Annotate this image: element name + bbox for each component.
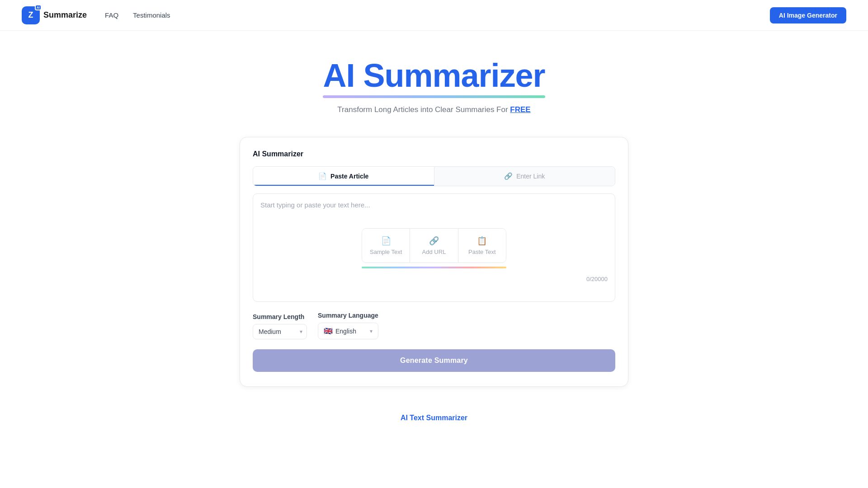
tab-bar: 📄 Paste Article 🔗 Enter Link xyxy=(253,166,615,186)
sample-text-icon: 📄 xyxy=(381,236,391,246)
hero-title: AI Summarizer xyxy=(323,58,545,94)
logo[interactable]: Z AI Summarize xyxy=(22,6,87,24)
add-url-button[interactable]: 🔗 Add URL xyxy=(410,229,458,263)
controls-row: Summary Length Short Medium Long ▾ Summa… xyxy=(253,312,615,339)
card-title: AI Summarizer xyxy=(253,150,615,158)
hero-subtitle-text: Transform Long Articles into Clear Summa… xyxy=(337,105,510,114)
add-url-label: Add URL xyxy=(422,249,446,255)
nav-links: FAQ Testimonials xyxy=(105,11,770,19)
sample-text-label: Sample Text xyxy=(370,249,402,255)
nav-link-faq[interactable]: FAQ xyxy=(105,11,118,19)
summary-language-label: Summary Language xyxy=(318,312,378,319)
hero-section: AI Summarizer Transform Long Articles in… xyxy=(0,31,868,128)
hero-subtitle: Transform Long Articles into Clear Summa… xyxy=(9,105,859,114)
tab-paste-article[interactable]: 📄 Paste Article xyxy=(253,167,434,186)
language-select-wrap[interactable]: 🇬🇧 English ▾ xyxy=(318,323,378,339)
add-url-icon: 🔗 xyxy=(429,236,439,246)
sample-text-button[interactable]: 📄 Sample Text xyxy=(362,229,410,263)
tab-enter-link-label: Enter Link xyxy=(516,173,545,180)
summary-language-group: Summary Language 🇬🇧 English ▾ xyxy=(318,312,378,339)
navbar: Z AI Summarize FAQ Testimonials AI Image… xyxy=(0,0,868,31)
generate-summary-button[interactable]: Generate Summary xyxy=(253,349,615,372)
color-bar xyxy=(362,267,506,268)
paste-text-button[interactable]: 📋 Paste Text xyxy=(458,229,506,263)
textarea-placeholder: Start typing or paste your text here... xyxy=(260,201,370,209)
language-flag-icon: 🇬🇧 xyxy=(324,327,333,335)
ai-image-generator-button[interactable]: AI Image Generator xyxy=(770,7,846,23)
summarizer-card: AI Summarizer 📄 Paste Article 🔗 Enter Li… xyxy=(240,137,628,387)
nav-link-testimonials[interactable]: Testimonials xyxy=(133,11,170,19)
language-select-arrow-icon: ▾ xyxy=(370,328,373,334)
logo-text: Summarize xyxy=(43,10,87,20)
tab-paste-article-label: Paste Article xyxy=(330,173,368,180)
summary-length-select-wrap: Short Medium Long ▾ xyxy=(253,324,307,339)
language-value: English xyxy=(335,328,356,335)
ai-badge: AI xyxy=(35,5,42,10)
nav-right: AI Image Generator xyxy=(770,7,846,23)
logo-icon: Z AI xyxy=(22,6,40,24)
footer-section: AI Text Summarizer xyxy=(0,387,868,422)
logo-letter: Z xyxy=(28,10,33,20)
char-count: 0/20000 xyxy=(260,272,608,282)
footer-text-link[interactable]: AI Text Summarizer xyxy=(401,414,467,422)
hero-free-link[interactable]: FREE xyxy=(510,105,530,114)
enter-link-icon: 🔗 xyxy=(504,172,513,180)
summary-length-group: Summary Length Short Medium Long ▾ xyxy=(253,313,307,339)
paste-text-label: Paste Text xyxy=(468,249,495,255)
hero-underline xyxy=(323,95,545,98)
summary-length-select[interactable]: Short Medium Long xyxy=(253,324,307,339)
paste-article-icon: 📄 xyxy=(318,172,327,180)
summary-length-label: Summary Length xyxy=(253,313,307,320)
text-input-area[interactable]: Start typing or paste your text here... … xyxy=(253,193,615,302)
paste-text-icon: 📋 xyxy=(477,236,487,246)
quick-actions-container: 📄 Sample Text 🔗 Add URL 📋 Paste Text xyxy=(362,228,506,263)
tab-enter-link[interactable]: 🔗 Enter Link xyxy=(434,167,615,186)
